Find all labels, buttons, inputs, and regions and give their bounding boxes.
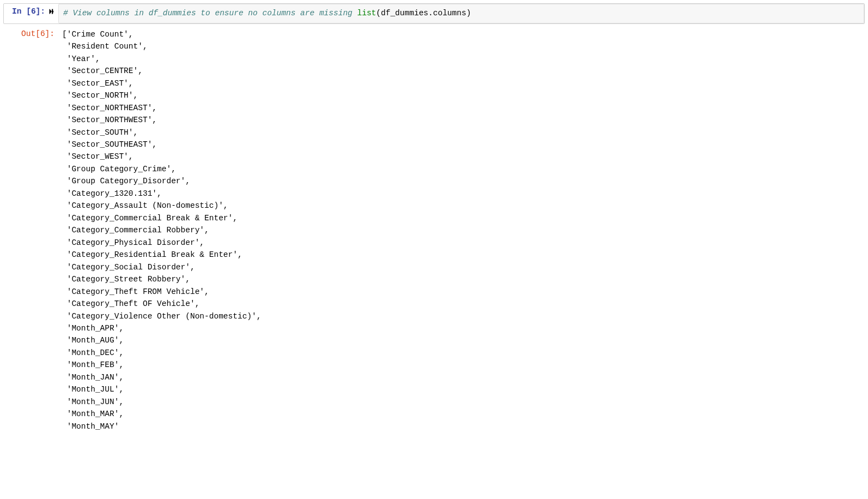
code-var: df_dummies (381, 9, 428, 17)
output-text: ['Crime Count', 'Resident Count', 'Year'… (58, 26, 865, 432)
run-cell-icon[interactable] (48, 7, 55, 15)
code-dot: . (428, 9, 433, 17)
notebook-container: In [6]: # View columns in df_dummies to … (0, 0, 868, 436)
code-close-paren: ) (466, 9, 471, 17)
code-comment: # View columns in df_dummies to ensure n… (63, 9, 353, 17)
output-prompt-area: Out[6]: (3, 26, 58, 432)
input-prompt-area: In [6]: (4, 4, 58, 23)
output-prompt: Out[6]: (21, 29, 54, 38)
code-attr: columns (433, 9, 466, 17)
input-prompt: In [6]: (12, 7, 45, 16)
svg-rect-0 (52, 9, 53, 14)
code-builtin: list (357, 9, 377, 17)
output-cell: Out[6]: ['Crime Count', 'Resident Count'… (3, 26, 865, 432)
code-open-paren: ( (376, 9, 381, 17)
code-cell[interactable]: In [6]: # View columns in df_dummies to … (3, 3, 865, 24)
code-editor[interactable]: # View columns in df_dummies to ensure n… (58, 4, 864, 23)
